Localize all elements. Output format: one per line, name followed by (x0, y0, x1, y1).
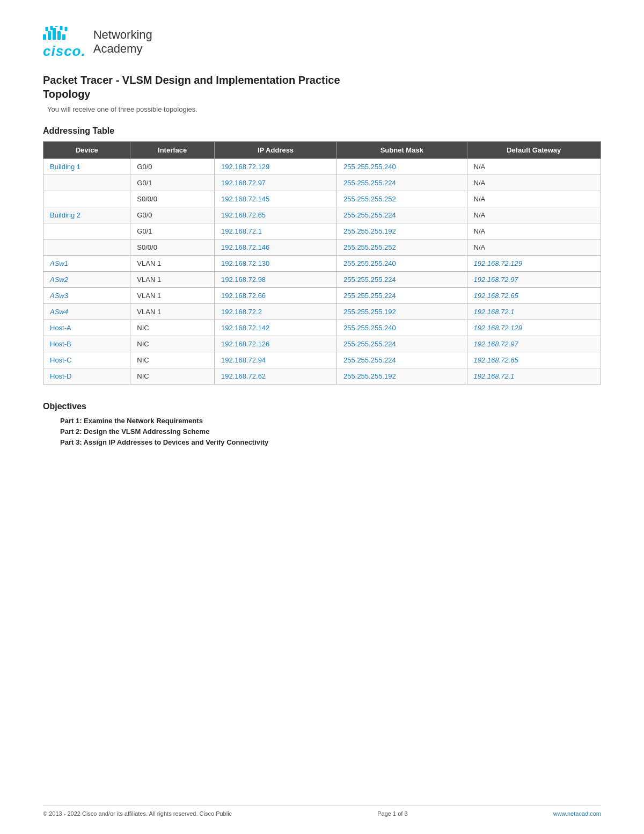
table-row: ASw4VLAN 1192.168.72.2255.255.255.192192… (43, 304, 601, 320)
cell-subnet: 255.255.255.224 (337, 288, 467, 304)
cell-subnet: 255.255.255.240 (337, 159, 467, 175)
cell-ip: 192.168.72.97 (214, 175, 336, 191)
cell-subnet: 255.255.255.224 (337, 175, 467, 191)
table-row: ASw2VLAN 1192.168.72.98255.255.255.22419… (43, 272, 601, 288)
cell-subnet: 255.255.255.224 (337, 207, 467, 223)
cell-subnet: 255.255.255.224 (337, 336, 467, 352)
cell-device: Host-C (43, 352, 130, 368)
cell-interface: VLAN 1 (130, 272, 215, 288)
cell-interface: NIC (130, 352, 215, 368)
cell-gateway: 192.168.72.97 (467, 272, 601, 288)
svg-rect-8 (60, 26, 63, 30)
cell-device: Host-D (43, 368, 130, 385)
cell-device: Host-A (43, 320, 130, 336)
svg-rect-7 (55, 26, 58, 27)
table-row: Building 2G0/0192.168.72.65255.255.255.2… (43, 207, 601, 223)
table-row: ASw3VLAN 1192.168.72.66255.255.255.22419… (43, 288, 601, 304)
cell-gateway: 192.168.72.129 (467, 320, 601, 336)
table-header-row: Device Interface IP Address Subnet Mask … (43, 142, 601, 159)
objective-item: Part 2: Design the VLSM Addressing Schem… (60, 427, 601, 436)
cell-device: ASw1 (43, 256, 130, 272)
svg-rect-5 (46, 27, 48, 31)
cell-ip: 192.168.72.129 (214, 159, 336, 175)
cell-ip: 192.168.72.142 (214, 320, 336, 336)
cell-ip: 192.168.72.94 (214, 352, 336, 368)
svg-rect-6 (50, 26, 53, 30)
cell-ip: 192.168.72.66 (214, 288, 336, 304)
cell-gateway: 192.168.72.65 (467, 288, 601, 304)
cell-subnet: 255.255.255.224 (337, 352, 467, 368)
cell-device (43, 223, 130, 240)
table-row: Host-ANIC192.168.72.142255.255.255.24019… (43, 320, 601, 336)
table-row: S0/0/0192.168.72.146255.255.255.252N/A (43, 240, 601, 256)
cell-gateway: N/A (467, 240, 601, 256)
cell-device: Building 2 (43, 207, 130, 223)
footer-copyright: © 2013 - 2022 Cisco and/or its affiliate… (43, 810, 232, 817)
cell-subnet: 255.255.255.252 (337, 240, 467, 256)
cell-subnet: 255.255.255.192 (337, 368, 467, 385)
cell-gateway: N/A (467, 223, 601, 240)
cell-ip: 192.168.72.98 (214, 272, 336, 288)
objective-item: Part 1: Examine the Network Requirements (60, 417, 601, 425)
cisco-logo: cisco. (43, 26, 86, 58)
cell-interface: NIC (130, 368, 215, 385)
table-row: Host-CNIC192.168.72.94255.255.255.224192… (43, 352, 601, 368)
cisco-text: cisco. (43, 44, 86, 58)
cell-gateway: N/A (467, 191, 601, 207)
col-gateway: Default Gateway (467, 142, 601, 159)
table-row: ASw1VLAN 1192.168.72.130255.255.255.2401… (43, 256, 601, 272)
subtitle: You will receive one of three possible t… (47, 105, 601, 113)
cell-subnet: 255.255.255.192 (337, 223, 467, 240)
footer: © 2013 - 2022 Cisco and/or its affiliate… (43, 806, 601, 817)
academy-line1: Networking (93, 28, 152, 42)
svg-rect-0 (43, 34, 46, 40)
cell-subnet: 255.255.255.240 (337, 320, 467, 336)
table-row: Host-DNIC192.168.72.62255.255.255.192192… (43, 368, 601, 385)
academy-line2: Academy (93, 42, 152, 56)
cell-device: Building 1 (43, 159, 130, 175)
page-title: Packet Tracer - VLSM Design and Implemen… (43, 73, 601, 101)
cell-device: ASw4 (43, 304, 130, 320)
table-row: S0/0/0192.168.72.145255.255.255.252N/A (43, 191, 601, 207)
cell-interface: G0/0 (130, 159, 215, 175)
cell-gateway: 192.168.72.65 (467, 352, 601, 368)
cisco-bars-icon (43, 26, 72, 43)
cell-ip: 192.168.72.65 (214, 207, 336, 223)
cell-interface: S0/0/0 (130, 240, 215, 256)
cell-interface: G0/1 (130, 175, 215, 191)
cell-gateway: N/A (467, 207, 601, 223)
cell-ip: 192.168.72.146 (214, 240, 336, 256)
svg-rect-4 (62, 34, 65, 40)
cell-device (43, 191, 130, 207)
objectives-heading: Objectives (43, 402, 601, 411)
addressing-table-heading: Addressing Table (43, 126, 601, 136)
cell-interface: NIC (130, 320, 215, 336)
cell-gateway: 192.168.72.1 (467, 368, 601, 385)
cell-ip: 192.168.72.130 (214, 256, 336, 272)
cell-device (43, 175, 130, 191)
table-row: Host-BNIC192.168.72.126255.255.255.22419… (43, 336, 601, 352)
objective-item: Part 3: Assign IP Addresses to Devices a… (60, 438, 601, 446)
cell-device (43, 240, 130, 256)
cisco-icon (43, 26, 72, 43)
cell-gateway: 192.168.72.1 (467, 304, 601, 320)
cell-interface: VLAN 1 (130, 288, 215, 304)
academy-title: Networking Academy (93, 28, 152, 56)
cell-subnet: 255.255.255.240 (337, 256, 467, 272)
col-interface: Interface (130, 142, 215, 159)
cell-gateway: N/A (467, 159, 601, 175)
col-subnet: Subnet Mask (337, 142, 467, 159)
cell-gateway: 192.168.72.97 (467, 336, 601, 352)
cell-gateway: N/A (467, 175, 601, 191)
cell-device: Host-B (43, 336, 130, 352)
cell-subnet: 255.255.255.224 (337, 272, 467, 288)
svg-rect-3 (57, 31, 61, 40)
svg-rect-9 (65, 27, 68, 31)
cell-interface: G0/0 (130, 207, 215, 223)
cell-interface: VLAN 1 (130, 256, 215, 272)
page-container: cisco. Networking Academy Packet Tracer … (0, 0, 644, 834)
cell-ip: 192.168.72.145 (214, 191, 336, 207)
addressing-table: Device Interface IP Address Subnet Mask … (43, 141, 601, 385)
table-row: Building 1G0/0192.168.72.129255.255.255.… (43, 159, 601, 175)
footer-website: www.netacad.com (553, 810, 601, 817)
